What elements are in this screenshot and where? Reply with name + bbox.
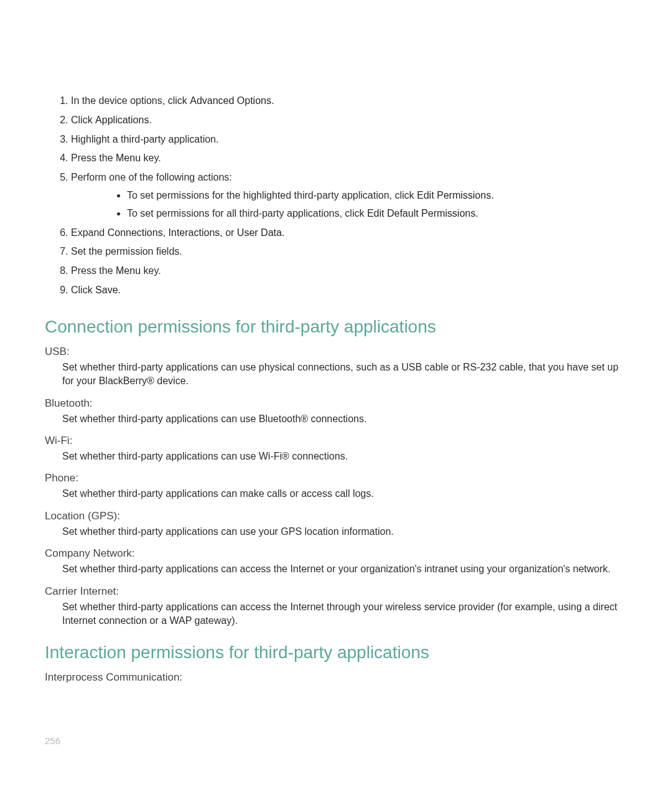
def-desc-phone: Set whether third-party applications can… <box>45 487 627 501</box>
def-desc-wifi: Set whether third-party applications can… <box>45 450 627 463</box>
step-5b: To set permissions for all third-party a… <box>127 206 627 222</box>
step-9: Click Save. <box>71 283 627 298</box>
step-6-t2: Interactions <box>169 227 220 238</box>
step-1-pre: In the device options, click <box>71 95 190 106</box>
step-5-text: Perform one of the following actions: <box>71 172 232 182</box>
connection-definitions: USB: Set whether third-party application… <box>45 346 627 628</box>
instruction-list: In the device options, click Advanced Op… <box>45 93 627 298</box>
def-term-wifi: Wi-Fi: <box>45 435 627 447</box>
step-3: Highlight a third-party application. <box>71 132 627 148</box>
section-heading-connection: Connection permissions for third-party a… <box>45 317 627 337</box>
step-6-mid1: , <box>163 227 169 238</box>
step-6-pre: Expand <box>71 227 108 238</box>
def-desc-company-network: Set whether third-party applications can… <box>45 562 627 576</box>
step-4: Press the Menu key. <box>71 151 627 166</box>
step-5a-pre: To set permissions for the highlighted t… <box>127 190 417 201</box>
step-5b-term: Edit Default Permissions. <box>367 208 478 219</box>
def-term-bluetooth: Bluetooth: <box>45 397 627 410</box>
def-term-gps: Location (GPS): <box>45 510 627 522</box>
def-term-usb: USB: <box>45 346 627 358</box>
def-desc-bluetooth: Set whether third-party applications can… <box>45 412 627 426</box>
step-5: Perform one of the following actions: To… <box>71 170 627 221</box>
def-desc-usb: Set whether third-party applications can… <box>45 361 627 389</box>
step-4-post: key. <box>141 153 161 163</box>
step-8-pre: Press the <box>71 265 116 276</box>
page-number: 256 <box>45 735 60 746</box>
step-8-post: key. <box>141 265 161 276</box>
step-5-sublist: To set permissions for the highlighted t… <box>71 188 627 222</box>
def-desc-carrier-internet: Set whether third-party applications can… <box>45 600 627 628</box>
step-4-term: Menu <box>116 153 141 163</box>
section-heading-interaction: Interaction permissions for third-party … <box>45 643 627 663</box>
def-term-carrier-internet: Carrier Internet: <box>45 585 627 598</box>
step-8: Press the Menu key. <box>71 263 627 279</box>
step-1-term: Advanced Options. <box>190 95 274 106</box>
step-1: In the device options, click Advanced Op… <box>71 93 627 109</box>
step-6-t3: User Data. <box>237 227 284 238</box>
step-8-term: Menu <box>116 265 141 276</box>
step-2-pre: Click <box>71 115 95 125</box>
step-2-term: Applications. <box>95 115 152 125</box>
step-5a-term: Edit Permissions. <box>417 190 494 201</box>
step-5b-pre: To set permissions for all third-party a… <box>127 208 367 219</box>
interaction-definitions: Interprocess Communication: <box>45 671 627 684</box>
step-2: Click Applications. <box>71 113 627 128</box>
step-7: Set the permission fields. <box>71 244 627 260</box>
def-term-company-network: Company Network: <box>45 547 627 560</box>
document-page: In the device options, click Advanced Op… <box>0 0 672 807</box>
step-4-pre: Press the <box>71 153 116 163</box>
def-desc-gps: Set whether third-party applications can… <box>45 525 627 539</box>
step-6-t1: Connections <box>108 227 163 238</box>
step-9-pre: Click <box>71 285 95 295</box>
def-term-ipc: Interprocess Communication: <box>45 671 627 684</box>
def-term-phone: Phone: <box>45 472 627 484</box>
step-6-mid2: , or <box>220 227 237 238</box>
step-5a: To set permissions for the highlighted t… <box>127 188 627 204</box>
step-9-term: Save. <box>95 285 121 295</box>
step-6: Expand Connections, Interactions, or Use… <box>71 225 627 241</box>
